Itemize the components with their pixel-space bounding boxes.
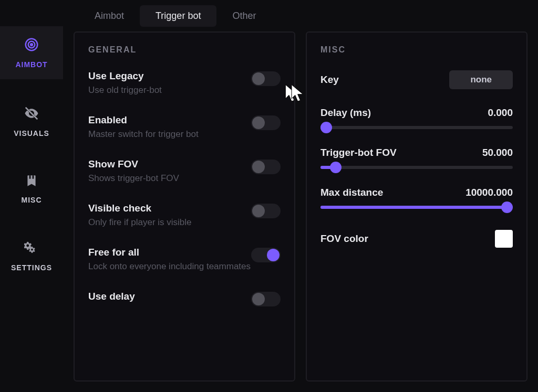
slider-label: Trigger-bot FOV bbox=[320, 147, 397, 158]
toggle-free-for-all[interactable] bbox=[251, 248, 281, 262]
option-desc: Master switch for trigger bot bbox=[88, 129, 251, 140]
row-fov-color: FOV color bbox=[320, 230, 513, 248]
sidebar: AIMBOT VISUALS MISC SET bbox=[0, 0, 63, 392]
tab-trigger-bot[interactable]: Trigger bot bbox=[140, 5, 216, 27]
option-use-delay: Use delay bbox=[88, 291, 281, 306]
panel-title: MISC bbox=[320, 45, 513, 55]
sidebar-item-label: VISUALS bbox=[14, 129, 49, 137]
panel-title: GENERAL bbox=[88, 45, 281, 55]
option-desc: Only fire if player is visible bbox=[88, 217, 251, 228]
option-use-legacy: Use Legacy Use old trigger-bot bbox=[88, 70, 281, 96]
toggle-enabled[interactable] bbox=[251, 115, 281, 130]
slider-label: Max distance bbox=[320, 187, 383, 198]
option-label: Visible check bbox=[88, 203, 251, 214]
option-label: Show FOV bbox=[88, 158, 251, 170]
fov-color-label: FOV color bbox=[320, 233, 368, 245]
sidebar-item-label: MISC bbox=[22, 196, 42, 204]
svg-rect-6 bbox=[33, 175, 34, 179]
sidebar-item-aimbot[interactable]: AIMBOT bbox=[0, 26, 63, 79]
slider-delay: Delay (ms) 0.000 bbox=[320, 107, 513, 129]
option-show-fov: Show FOV Shows trigger-bot FOV bbox=[88, 158, 281, 184]
option-enabled: Enabled Master switch for trigger bot bbox=[88, 114, 281, 140]
option-label: Enabled bbox=[88, 114, 251, 126]
sidebar-item-settings[interactable]: SETTINGS bbox=[0, 230, 63, 282]
tab-other[interactable]: Other bbox=[216, 5, 272, 27]
slider-value: 0.000 bbox=[488, 107, 513, 119]
key-button[interactable]: none bbox=[449, 70, 513, 89]
slider-track-delay[interactable] bbox=[320, 126, 513, 129]
option-desc: Shows trigger-bot FOV bbox=[88, 173, 251, 184]
option-label: Use delay bbox=[88, 291, 251, 302]
slider-value: 50.000 bbox=[482, 147, 513, 158]
panel-misc: MISC Key none Delay (ms) 0.000 Trigger-b… bbox=[306, 31, 527, 382]
gears-icon bbox=[24, 241, 39, 258]
option-label: Free for all bbox=[88, 247, 251, 258]
svg-point-2 bbox=[30, 44, 33, 46]
eye-off-icon bbox=[24, 105, 39, 124]
slider-fov: Trigger-bot FOV 50.000 bbox=[320, 147, 513, 169]
sidebar-item-visuals[interactable]: VISUALS bbox=[0, 95, 63, 148]
fov-color-swatch[interactable] bbox=[495, 230, 513, 248]
slider-label: Delay (ms) bbox=[320, 107, 371, 119]
sidebar-item-label: SETTINGS bbox=[11, 263, 52, 272]
target-icon bbox=[24, 37, 39, 55]
option-desc: Use old trigger-bot bbox=[88, 85, 251, 96]
slider-thumb[interactable] bbox=[501, 202, 513, 213]
option-label: Use Legacy bbox=[88, 70, 251, 82]
svg-rect-5 bbox=[29, 175, 31, 179]
toggle-visible-check[interactable] bbox=[251, 204, 281, 218]
slider-track-fov[interactable] bbox=[320, 166, 513, 169]
key-label: Key bbox=[320, 74, 339, 86]
option-free-for-all: Free for all Lock onto everyone includin… bbox=[88, 247, 281, 272]
sidebar-item-label: AIMBOT bbox=[15, 60, 47, 69]
slider-track-max-distance[interactable] bbox=[320, 206, 513, 209]
slider-max-distance: Max distance 10000.000 bbox=[320, 187, 513, 209]
panel-general: GENERAL Use Legacy Use old trigger-bot E… bbox=[74, 31, 295, 382]
option-desc: Lock onto everyone including teammates bbox=[88, 261, 251, 272]
sidebar-item-misc[interactable]: MISC bbox=[0, 164, 63, 215]
toggle-show-fov[interactable] bbox=[251, 160, 281, 174]
slider-thumb[interactable] bbox=[330, 162, 342, 173]
tabs: Aimbot Trigger bot Other bbox=[74, 0, 527, 31]
main: Aimbot Trigger bot Other GENERAL Use Leg… bbox=[63, 0, 538, 392]
slider-value: 10000.000 bbox=[465, 187, 513, 198]
panels: GENERAL Use Legacy Use old trigger-bot E… bbox=[74, 31, 527, 382]
tab-aimbot[interactable]: Aimbot bbox=[79, 5, 140, 27]
toggle-use-legacy[interactable] bbox=[251, 71, 281, 86]
option-visible-check: Visible check Only fire if player is vis… bbox=[88, 203, 281, 228]
bookmark-icon bbox=[25, 174, 38, 190]
slider-thumb[interactable] bbox=[320, 122, 332, 133]
toggle-use-delay[interactable] bbox=[251, 292, 281, 306]
row-key: Key none bbox=[320, 70, 513, 89]
